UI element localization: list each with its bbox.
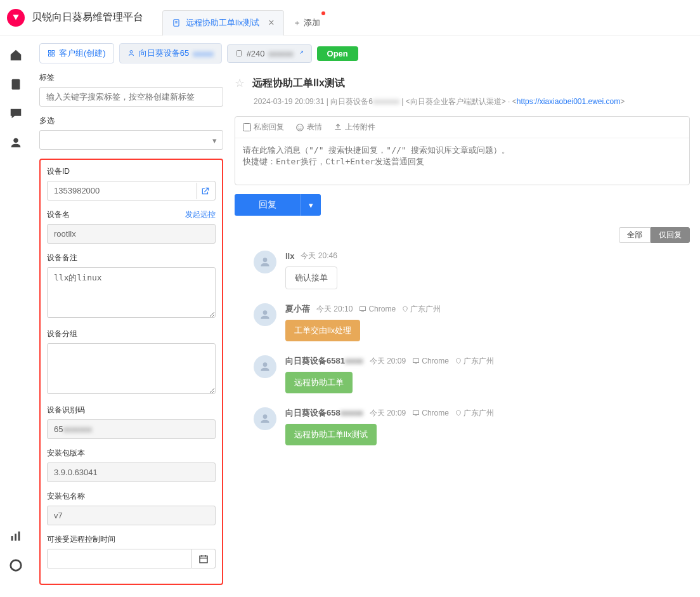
message-header: 向日葵设备6581xxxx今天 20:09Chrome广东广州 <box>285 355 690 367</box>
reply-box: 私密回复 表情 上传附件 <box>235 116 690 185</box>
ticket-url-link[interactable]: https://xiaxiaobei001.ewei.com <box>517 97 620 106</box>
upload-button[interactable]: 上传附件 <box>334 122 375 133</box>
remote-time-input[interactable] <box>47 549 192 568</box>
pkg-version-input[interactable] <box>47 463 216 482</box>
device-id-input[interactable] <box>47 181 216 200</box>
svg-rect-12 <box>52 54 55 56</box>
add-label: 添加 <box>304 17 320 29</box>
tab-add[interactable]: ＋ 添加 <box>284 10 329 36</box>
multi-label: 多选 <box>39 115 223 126</box>
ticket-icon <box>235 49 243 57</box>
plus-icon: ＋ <box>293 17 301 29</box>
device-code-label: 设备识别码 <box>47 405 216 416</box>
link-icon <box>297 50 304 56</box>
remote-control-link[interactable]: 发起远控 <box>185 209 216 220</box>
reply-button[interactable]: 回复 <box>235 194 301 216</box>
pkg-name-label: 安装包名称 <box>47 491 216 502</box>
svg-point-26 <box>263 362 268 367</box>
svg-rect-24 <box>360 307 366 311</box>
calendar-icon[interactable] <box>192 549 216 568</box>
ticket-title: 远程协助工单llx测试 <box>252 77 345 90</box>
message-header: 夏小蓓今天 20:10Chrome广东广州 <box>285 303 690 315</box>
filter-all[interactable]: 全部 <box>619 227 651 243</box>
message-item: 向日葵设备6581xxxx今天 20:09Chrome广东广州 远程协助工单 <box>235 355 690 393</box>
star-icon[interactable]: ☆ <box>235 76 245 90</box>
device-note-label: 设备备注 <box>47 253 216 263</box>
emoji-button[interactable]: 表情 <box>295 122 322 133</box>
svg-point-22 <box>263 258 268 262</box>
settings-icon[interactable] <box>9 558 23 572</box>
pkg-version-label: 安装包版本 <box>47 448 216 459</box>
message-bubble: 远程协助工单 <box>285 372 353 393</box>
tab-label: 远程协助工单llx测试 <box>186 17 259 29</box>
document-icon <box>172 18 181 27</box>
message-item: 夏小蓓今天 20:10Chrome广东广州 工单交由llx处理 <box>235 303 690 341</box>
svg-rect-27 <box>413 359 419 363</box>
filter-reply-only[interactable]: 仅回复 <box>651 227 690 243</box>
message-bubble: 工单交由llx处理 <box>285 320 360 341</box>
tab-active[interactable]: 远程协助工单llx测试 × <box>162 10 284 36</box>
svg-rect-15 <box>200 556 207 563</box>
breadcrumb-device[interactable]: 向日葵设备65xxxxx <box>119 43 222 63</box>
svg-rect-11 <box>49 54 51 56</box>
smile-icon <box>295 123 304 132</box>
avatar <box>254 407 276 430</box>
svg-point-29 <box>263 414 268 419</box>
avatar <box>254 251 276 273</box>
pkg-name-input[interactable] <box>47 506 216 525</box>
device-info-panel: 设备ID 设备名 发起远控 <box>39 159 223 585</box>
svg-rect-7 <box>18 532 20 541</box>
svg-rect-6 <box>15 534 16 541</box>
message-item: 向日葵设备658xxxxx今天 20:09Chrome广东广州 远程协助工单ll… <box>235 407 690 445</box>
device-name-label: 设备名 <box>47 209 70 220</box>
clipboard-icon[interactable] <box>9 77 23 91</box>
open-external-icon[interactable] <box>197 183 213 199</box>
device-note-textarea[interactable]: llx的linux <box>47 267 216 318</box>
svg-rect-3 <box>12 79 20 90</box>
message-bubble: 远程协助工单llx测试 <box>285 424 377 445</box>
notification-dot <box>321 11 325 15</box>
home-icon[interactable] <box>9 48 23 62</box>
svg-rect-10 <box>52 51 55 53</box>
message-bubble: 确认接单 <box>285 266 337 289</box>
left-rail <box>0 36 32 585</box>
group-icon <box>48 49 55 57</box>
close-icon[interactable]: × <box>268 17 274 29</box>
user-icon[interactable] <box>9 136 23 150</box>
logo <box>0 9 32 27</box>
svg-point-20 <box>299 126 299 127</box>
svg-rect-30 <box>413 411 419 415</box>
device-code-input[interactable]: 65xxxxxxx <box>47 419 216 439</box>
private-reply-checkbox[interactable]: 私密回复 <box>243 122 284 133</box>
device-group-textarea[interactable] <box>47 343 216 394</box>
avatar <box>254 303 276 326</box>
svg-point-23 <box>263 310 268 315</box>
reply-textarea[interactable] <box>235 138 689 183</box>
message-header: 向日葵设备658xxxxx今天 20:09Chrome广东广州 <box>285 407 690 419</box>
tags-label: 标签 <box>39 72 223 83</box>
status-badge: Open <box>317 46 358 61</box>
svg-point-21 <box>301 126 301 127</box>
message-header: llx今天 20:46 <box>285 251 690 261</box>
chart-icon[interactable] <box>9 529 23 543</box>
breadcrumb: 客户组(创建) 向日葵设备65xxxxx #240xxxxxx Open <box>39 43 690 63</box>
remote-time-label: 可接受远程控制时间 <box>47 534 216 545</box>
device-name-input[interactable] <box>47 224 216 244</box>
multi-select[interactable] <box>39 130 223 150</box>
svg-rect-5 <box>11 536 13 541</box>
avatar <box>254 355 276 378</box>
device-icon <box>127 49 135 57</box>
message-item: llx今天 20:46 确认接单 <box>235 251 690 289</box>
svg-rect-9 <box>49 51 51 53</box>
reply-dropdown-button[interactable]: ▾ <box>301 194 321 216</box>
tags-input[interactable] <box>39 87 223 107</box>
breadcrumb-group[interactable]: 客户组(创建) <box>39 43 114 63</box>
chat-icon[interactable] <box>9 107 23 121</box>
upload-icon <box>334 123 342 132</box>
ticket-meta: 2024-03-19 20:09:31 | 向日葵设备6xxxxxxx | <向… <box>235 96 690 107</box>
svg-rect-14 <box>237 51 241 56</box>
breadcrumb-ticket-id[interactable]: #240xxxxxx <box>227 44 312 63</box>
svg-point-4 <box>13 138 18 143</box>
device-group-label: 设备分组 <box>47 329 216 339</box>
app-title: 贝锐向日葵易维管理平台 <box>32 11 156 24</box>
